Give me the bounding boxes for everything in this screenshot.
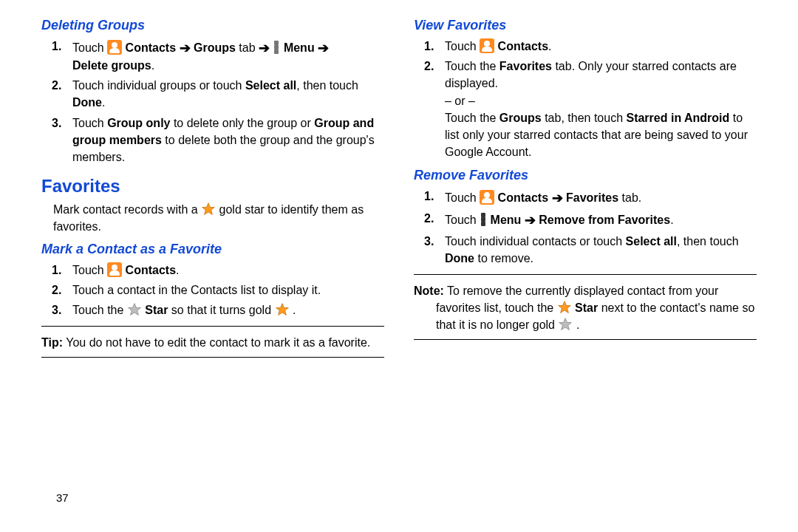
heading-deleting-groups: Deleting Groups bbox=[41, 18, 384, 33]
divider bbox=[414, 339, 757, 340]
contacts-icon bbox=[480, 190, 494, 205]
arrow-icon: ➔ bbox=[525, 211, 536, 230]
arrow-icon: ➔ bbox=[259, 38, 270, 58]
arrow-icon: ➔ bbox=[552, 188, 563, 208]
remove-favorites-steps: 1. Touch Contacts ➔ Favorites tab. 2. To… bbox=[414, 188, 757, 267]
divider bbox=[41, 326, 384, 327]
step-2: 2. Touch individual groups or touch Sele… bbox=[72, 77, 384, 111]
arrow-icon: ➔ bbox=[318, 38, 329, 58]
step-2: 2. Touch a contact in the Contacts list … bbox=[72, 282, 384, 299]
star-grey-icon bbox=[127, 302, 142, 317]
menu-icon bbox=[481, 213, 485, 226]
heading-view-favorites: View Favorites bbox=[414, 18, 757, 33]
divider bbox=[414, 274, 757, 275]
star-gold-icon bbox=[201, 202, 216, 216]
step-2: 2. Touch the Favorites tab. Only your st… bbox=[445, 58, 757, 160]
contacts-icon bbox=[107, 262, 122, 277]
divider bbox=[41, 357, 384, 358]
step-3: 3. Touch the Star so that it turns gold … bbox=[72, 301, 384, 318]
left-column: Deleting Groups 1. Touch Contacts ➔ Grou… bbox=[41, 15, 384, 365]
favorites-intro: Mark contact records with a gold star to… bbox=[53, 201, 384, 235]
step-1: 1. Touch Contacts. bbox=[445, 38, 757, 55]
view-favorites-steps: 1. Touch Contacts. 2. Touch the Favorite… bbox=[414, 38, 757, 160]
contacts-icon bbox=[480, 38, 494, 53]
heading-remove-favorites: Remove Favorites bbox=[414, 168, 757, 183]
svg-marker-4 bbox=[559, 318, 572, 330]
page-number: 37 bbox=[56, 491, 69, 504]
heading-mark-favorite: Mark a Contact as a Favorite bbox=[41, 242, 384, 257]
mark-favorite-steps: 1. Touch Contacts. 2. Touch a contact in… bbox=[41, 262, 384, 319]
svg-marker-2 bbox=[276, 304, 288, 316]
step-1: 1. Touch Contacts ➔ Favorites tab. bbox=[445, 188, 757, 207]
step-3: 3. Touch individual contacts or touch Se… bbox=[445, 233, 757, 267]
step-1: 1. Touch Contacts ➔ Groups tab ➔ Menu ➔ … bbox=[72, 38, 384, 74]
svg-marker-1 bbox=[128, 304, 140, 316]
star-gold-icon bbox=[557, 300, 572, 315]
star-gold-icon bbox=[275, 302, 290, 317]
step-2: 2. Touch Menu ➔ Remove from Favorites. bbox=[445, 210, 757, 229]
deleting-groups-steps: 1. Touch Contacts ➔ Groups tab ➔ Menu ➔ … bbox=[41, 38, 384, 166]
step-3: 3. Touch Group only to delete only the g… bbox=[72, 115, 384, 166]
star-grey-icon bbox=[558, 317, 573, 332]
step-1: 1. Touch Contacts. bbox=[72, 262, 384, 279]
tip-block: Tip: You do not have to edit the contact… bbox=[41, 334, 384, 351]
menu-icon bbox=[274, 41, 279, 54]
svg-marker-3 bbox=[558, 301, 570, 313]
right-column: View Favorites 1. Touch Contacts. 2. Tou… bbox=[414, 15, 757, 365]
arrow-icon: ➔ bbox=[180, 38, 191, 58]
note-block: Note: To remove the currently displayed … bbox=[414, 282, 757, 334]
heading-favorites: Favorites bbox=[41, 176, 384, 197]
svg-marker-0 bbox=[202, 203, 215, 215]
contacts-icon bbox=[107, 40, 122, 55]
